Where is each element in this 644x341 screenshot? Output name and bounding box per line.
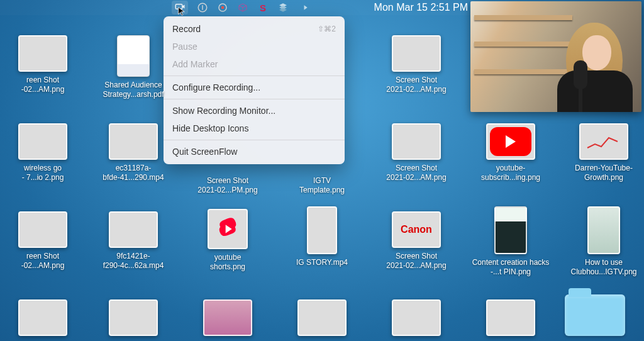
microphone-icon	[574, 60, 587, 89]
file-label: Screen Shot2021-02...AM.png	[386, 252, 446, 271]
file-item[interactable]	[0, 299, 88, 336]
file-label: wireless go- 7...io 2.png	[22, 164, 64, 182]
file-label: Screen Shot2021-02...PM.png	[197, 176, 257, 195]
camera-status-icon[interactable]	[217, 2, 228, 13]
file-item[interactable]	[182, 299, 273, 336]
file-label: youtube-subscrib...ing.png	[481, 164, 540, 182]
file-clubhouse-igtv[interactable]: How to useClubhou...IGTV.png	[558, 206, 644, 277]
thumbnail-icon	[109, 123, 158, 160]
thumbnail-icon	[203, 299, 252, 336]
svg-rect-2	[202, 5, 203, 10]
file-label: youtubeshorts.png	[210, 253, 245, 272]
file-label: reen Shot-02...AM.png	[21, 75, 65, 94]
s-app-icon[interactable]: S	[257, 2, 269, 13]
pdf-icon	[117, 35, 150, 77]
file-label: Screen Shot2021-02...AM.png	[386, 164, 446, 182]
file-label: IGTVTemplate.png	[299, 176, 345, 195]
file-item[interactable]	[371, 299, 462, 336]
thumbnail-icon	[18, 211, 67, 248]
file-content-creation-pin[interactable]: Content creation hacks -...t PIN.png	[465, 206, 556, 277]
canon-logo-icon: Canon	[392, 211, 441, 248]
file-screenshot[interactable]: Screen Shot2021-02...AM.png	[371, 123, 462, 182]
file-label: Shared Audience Strategy...arsh.pdf	[89, 81, 177, 99]
package-icon[interactable]	[237, 2, 248, 13]
file-label: Screen Shot2021-02...AM.png	[386, 75, 446, 94]
file-screenshot[interactable]: Screen Shot2021-02...AM.png	[371, 35, 462, 94]
thumbnail-icon	[494, 206, 527, 254]
file-growth-chart[interactable]: Darren-YouTube-Growth.png	[558, 123, 644, 182]
folder-icon[interactable]	[565, 294, 625, 336]
file-label: IG STORY.mp4	[296, 258, 348, 267]
file-youtube-shorts[interactable]: youtubeshorts.png	[182, 209, 273, 272]
thumbnail-icon	[109, 299, 158, 336]
thumbnail-icon	[486, 123, 535, 160]
file-item[interactable]	[465, 299, 556, 336]
thumbnail-icon	[18, 299, 67, 336]
file-item[interactable]	[88, 299, 179, 336]
thumbnail-icon	[486, 299, 535, 336]
presenter-figure	[541, 11, 635, 112]
file-pdf[interactable]: Shared Audience Strategy...arsh.pdf	[88, 35, 179, 99]
stack-icon[interactable]	[277, 2, 289, 13]
file-label: Content creation hacks -...t PIN.png	[467, 258, 555, 277]
file-video[interactable]: 9fc1421e-f290-4c...62a.mp4	[88, 211, 179, 271]
thumbnail-icon	[109, 211, 158, 248]
webcam-overlay	[470, 1, 641, 112]
onepassword-icon[interactable]	[197, 2, 208, 13]
file-label: How to useClubhou...IGTV.png	[571, 258, 637, 277]
cursor-icon	[177, 6, 187, 16]
file-label: Darren-YouTube-Growth.png	[575, 164, 633, 182]
thumbnail-icon	[307, 206, 337, 254]
file-label: reen Shot-02...AM.png	[21, 252, 65, 271]
menubar-clock: Mon Mar 15 2:51 PM	[374, 2, 468, 13]
file-screenshot[interactable]: reen Shot-02...AM.png	[0, 35, 88, 94]
arrow-app-icon[interactable]	[297, 2, 309, 13]
file-label: ec31187a-bfde-41...290.mp4	[103, 164, 164, 182]
thumbnail-icon	[297, 299, 347, 336]
thumbnail-icon	[392, 35, 441, 72]
thumbnail-icon	[18, 35, 67, 72]
file-youtube-subscribe[interactable]: youtube-subscrib...ing.png	[465, 123, 556, 182]
shorts-icon	[208, 209, 248, 249]
thumbnail-icon	[579, 123, 628, 160]
thumbnail-icon	[587, 206, 620, 254]
file-ig-story[interactable]: IG STORY.mp4	[277, 206, 367, 267]
svg-point-4	[221, 6, 225, 9]
file-screenshot-partial[interactable]: Screen Shot2021-02...PM.png	[182, 172, 273, 195]
file-video[interactable]: ec31187a-bfde-41...290.mp4	[88, 123, 179, 182]
file-item[interactable]	[277, 299, 367, 336]
file-image[interactable]: wireless go- 7...io 2.png	[0, 123, 88, 182]
file-screenshot[interactable]: reen Shot-02...AM.png	[0, 211, 88, 271]
thumbnail-icon	[18, 123, 67, 160]
file-label: 9fc1421e-f290-4c...62a.mp4	[103, 252, 164, 271]
file-igtv-template[interactable]: IGTVTemplate.png	[277, 172, 367, 195]
thumbnail-icon	[392, 299, 441, 336]
file-canon-screenshot[interactable]: Canon Screen Shot2021-02...AM.png	[371, 211, 462, 271]
thumbnail-icon	[392, 123, 441, 160]
